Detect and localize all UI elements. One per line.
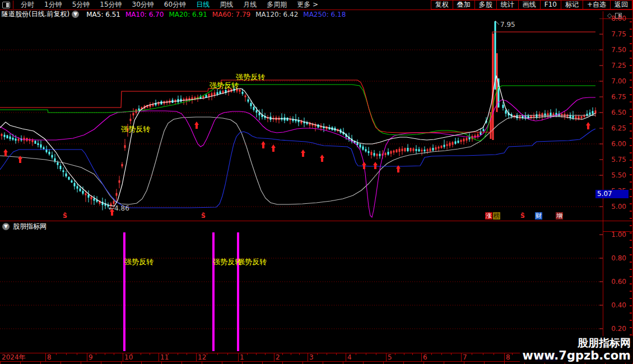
candle-body — [483, 129, 485, 131]
candle-body — [444, 145, 445, 147]
month-tick — [386, 353, 387, 361]
candle-body — [458, 141, 459, 143]
ma-legend-item-3: MA60: 7.79 — [212, 11, 250, 18]
candle-body — [421, 150, 423, 151]
candle-body — [77, 186, 78, 188]
candle-body — [390, 151, 392, 154]
candle-body — [396, 150, 398, 152]
scrollbar-dash — [630, 123, 632, 124]
scrollbar-dash — [630, 211, 632, 212]
event-marker-0[interactable]: Ŝ — [63, 212, 67, 220]
minor-tick — [431, 353, 432, 355]
indicator-chart[interactable] — [0, 231, 603, 352]
chevron-down-icon[interactable]: ▼ — [2, 223, 10, 230]
event-marker-5[interactable]: 财 — [535, 212, 542, 220]
event-marker-4[interactable]: Ŝ — [520, 212, 525, 220]
candle-body — [379, 154, 381, 156]
scrollbar-dash — [630, 218, 632, 219]
minor-tick — [395, 353, 395, 355]
event-marker-2[interactable]: 涨 — [485, 212, 492, 220]
timeline-month-6: 2 — [276, 353, 280, 361]
candle-body — [66, 174, 67, 176]
scrollbar-dash — [630, 72, 632, 73]
scrollbar-dash — [630, 109, 632, 110]
timeline-month-9: 5 — [388, 353, 392, 361]
timeframe-tab-8[interactable]: 月线 — [238, 0, 262, 10]
timeframe-tab-2[interactable]: 5分钟 — [67, 0, 95, 10]
indicator-axis-label: 0.40 — [605, 302, 626, 309]
timeframe-tab-5[interactable]: 60分钟 — [159, 0, 191, 10]
bottom-row-divider — [504, 362, 505, 364]
candle-body — [35, 141, 36, 143]
window-split-icon[interactable] — [2, 2, 10, 8]
timeframe-tab-9[interactable]: 多周期 — [262, 0, 292, 10]
price-axis-label: 7.75 — [605, 31, 626, 38]
scrollbar-dash — [630, 21, 632, 22]
timeline-month-10: 6 — [423, 353, 427, 361]
bottom-row-divider — [141, 362, 142, 364]
event-marker-1[interactable]: Ŝ — [201, 212, 206, 220]
last-price-badge: 5.07 — [595, 190, 629, 198]
toolbar-button-6[interactable]: 标记 — [561, 0, 583, 10]
candle-body — [575, 116, 577, 119]
bottom-row-divider — [363, 362, 364, 364]
scrollbar-dash — [630, 145, 632, 146]
scrollbar-dash — [630, 181, 632, 183]
timeframe-tab-3[interactable]: 15分钟 — [95, 0, 127, 10]
toolbar-button-2[interactable]: 多股 — [474, 0, 497, 10]
minor-tick — [317, 353, 318, 355]
toolbar-button-3[interactable]: 统计 — [496, 0, 519, 10]
bottom-row-divider — [423, 362, 424, 364]
scrollbar-dash — [630, 43, 632, 44]
event-marker-6[interactable]: 增 — [556, 212, 563, 220]
minor-tick — [376, 353, 376, 355]
candle-body — [399, 149, 401, 152]
timeframe-tab-0[interactable]: 分时 — [16, 0, 39, 10]
timeline-month-3: 11 — [160, 353, 169, 361]
timeframe-tab-4[interactable]: 30分钟 — [127, 0, 159, 10]
candle-body — [113, 201, 115, 204]
candle-body — [404, 148, 406, 151]
scrollbar-dash — [630, 87, 632, 88]
candle-body — [43, 147, 45, 149]
main-price-chart[interactable] — [0, 18, 603, 220]
timeframe-tab-6[interactable]: 日线 — [191, 0, 215, 10]
minor-tick — [227, 353, 228, 355]
candle-body — [256, 110, 258, 113]
scrollbar-dash — [630, 254, 632, 255]
candle-body — [542, 113, 543, 116]
bottom-row-divider — [60, 362, 61, 364]
timeframe-tab-7[interactable]: 周线 — [215, 0, 238, 10]
timeframe-tab-10[interactable]: 更多 > — [292, 0, 323, 10]
event-marker-3[interactable]: 榜 — [493, 212, 500, 220]
candle-body — [407, 148, 409, 151]
toolbar-button-1[interactable]: 叠加 — [453, 0, 475, 10]
signal-up-arrow — [362, 162, 366, 169]
candle-body — [217, 92, 218, 95]
scrollbar-dash — [630, 80, 632, 81]
timeframe-tab-1[interactable]: 1分钟 — [39, 0, 67, 10]
minor-tick — [451, 353, 452, 355]
chevron-down-icon[interactable]: ▼ — [72, 11, 79, 18]
scrollbar-dash — [630, 160, 632, 161]
candle-body — [63, 170, 64, 172]
toolbar-button-7[interactable]: +自选 — [583, 0, 611, 10]
toolbar-button-5[interactable]: F10 — [540, 0, 561, 10]
month-tick — [274, 353, 274, 361]
timeline-month-4: 12 — [198, 353, 206, 361]
scrollbar-dash — [630, 232, 632, 234]
bottom-row-divider — [343, 362, 343, 364]
minor-tick — [96, 353, 96, 355]
signal-up-arrow — [194, 122, 199, 129]
minor-tick — [66, 353, 67, 355]
candle-body — [7, 136, 8, 139]
month-tick — [421, 353, 422, 361]
ma-legend-item-5: MA250: 6.18 — [303, 11, 346, 18]
toolbar-button-0[interactable]: 复权 — [431, 0, 453, 10]
toolbar-button-4[interactable]: 画线 — [518, 0, 541, 10]
candle-body — [561, 114, 563, 116]
candle-body — [469, 138, 471, 139]
bottom-row-divider — [161, 362, 162, 364]
scrollbar-dash — [630, 262, 632, 263]
candle-body — [368, 151, 370, 153]
